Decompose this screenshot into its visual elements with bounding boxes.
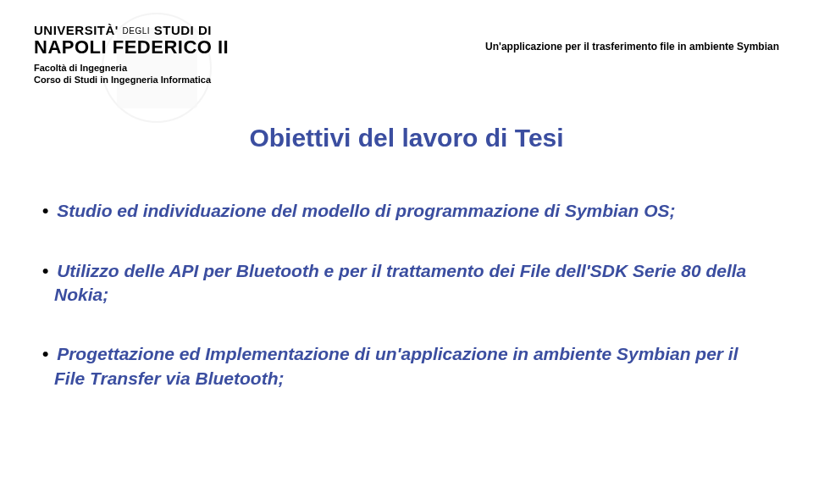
header-right-text: Un'applicazione per il trasferimento fil… (485, 24, 779, 53)
slide-page: UNIVERSITÀ' DEGLI STUDI DI NAPOLI FEDERI… (0, 0, 813, 504)
logo-line-2: NAPOLI FEDERICO II (34, 37, 485, 57)
logo-word-universita: UNIVERSITÀ (34, 23, 115, 37)
bullet-item-3: Progettazione ed Implementazione di un'a… (42, 342, 771, 390)
bullet-item-2: Utilizzo delle API per Bluetooth e per i… (42, 259, 771, 307)
bullet-item-1: Studio ed individuazione del modello di … (42, 199, 771, 223)
bullet-text-1: Studio ed individuazione del modello di … (54, 199, 771, 223)
bullet-text-2: Utilizzo delle API per Bluetooth e per i… (54, 259, 771, 307)
faculty-line-1: Facoltà di Ingegneria (34, 62, 485, 74)
bullet-text-3: Progettazione ed Implementazione di un'a… (54, 342, 771, 390)
header-left: UNIVERSITÀ' DEGLI STUDI DI NAPOLI FEDERI… (34, 24, 485, 86)
slide-header: UNIVERSITÀ' DEGLI STUDI DI NAPOLI FEDERI… (34, 24, 779, 86)
faculty-lines: Facoltà di Ingegneria Corso di Studi in … (34, 62, 485, 86)
slide-title: Obiettivi del lavoro di Tesi (34, 124, 779, 152)
university-logo-text: UNIVERSITÀ' DEGLI STUDI DI NAPOLI FEDERI… (34, 24, 485, 57)
slide-content: Studio ed individuazione del modello di … (34, 199, 779, 390)
logo-line-1: UNIVERSITÀ' DEGLI STUDI DI (34, 24, 485, 37)
logo-word-studidi: STUDI DI (154, 23, 212, 37)
faculty-line-2: Corso di Studi in Ingegneria Informatica (34, 74, 485, 86)
logo-word-degli: DEGLI (123, 26, 151, 36)
